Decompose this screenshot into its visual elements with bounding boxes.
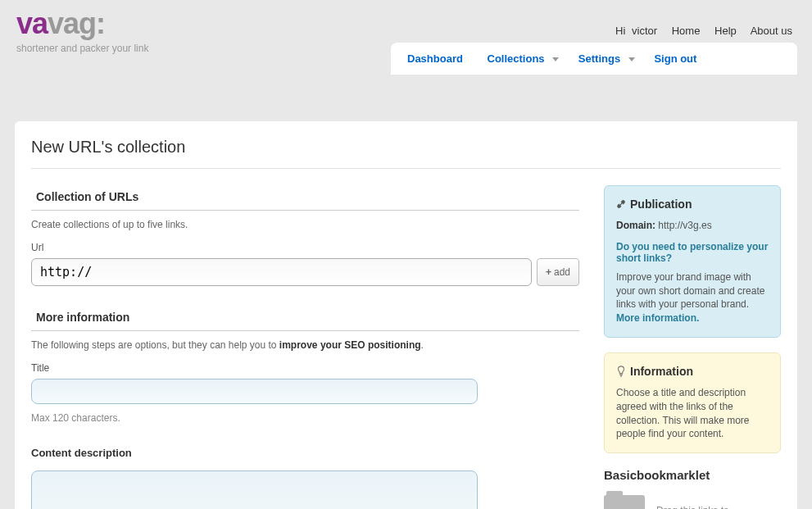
publication-box: Publication Domain: http://v3g.es Do you…	[604, 185, 781, 338]
title-help: Max 120 characters.	[31, 412, 579, 424]
moreinfo-hint: The following steps are options, but the…	[31, 339, 579, 351]
collection-hint: Create collections of up to five links.	[31, 219, 579, 230]
bookmarklet-text: Drag this links to	[656, 505, 729, 509]
link-icon	[616, 199, 626, 209]
information-body: Choose a title and description agreed wi…	[616, 386, 769, 441]
about-link[interactable]: About us	[751, 25, 792, 37]
information-title: Information	[616, 365, 769, 378]
title-label: Title	[31, 362, 579, 374]
bulb-icon	[616, 366, 626, 377]
top-right-nav: Hi victor Home Help About us	[615, 25, 792, 37]
chevron-down-icon[interactable]	[628, 57, 635, 61]
publication-question-link[interactable]: Do you need to personalize your short li…	[616, 241, 769, 264]
publication-domain: Domain: http://v3g.es	[616, 219, 769, 233]
add-button[interactable]: + add	[537, 258, 579, 286]
page-title: New URL's collection	[31, 138, 781, 169]
nav-dashboard[interactable]: Dashboard	[407, 52, 463, 65]
publication-title: Publication	[616, 198, 769, 211]
moreinfo-heading: More information	[31, 306, 579, 331]
main-nav: Dashboard Collections Settings Sign out	[391, 43, 797, 75]
username-link[interactable]: victor	[632, 25, 657, 37]
add-button-label: add	[554, 266, 570, 278]
logo-part2: vag:	[48, 7, 105, 40]
home-link[interactable]: Home	[672, 25, 701, 37]
nav-signout[interactable]: Sign out	[654, 52, 696, 65]
help-link[interactable]: Help	[714, 25, 737, 37]
chevron-down-icon[interactable]	[552, 57, 559, 61]
collection-heading: Collection of URLs	[31, 185, 579, 211]
nav-collections[interactable]: Collections	[488, 52, 545, 65]
bookmarklet-title: Basicbookmarklet	[604, 468, 781, 482]
information-box: Information Choose a title and descripti…	[604, 352, 781, 453]
nav-settings[interactable]: Settings	[578, 52, 620, 65]
greeting: Hi	[615, 25, 625, 37]
folder-icon	[604, 495, 645, 509]
plus-icon: +	[546, 266, 551, 278]
url-input[interactable]	[31, 258, 532, 286]
publication-body: Improve your brand image with your own s…	[616, 270, 769, 325]
desc-textarea[interactable]	[31, 470, 478, 509]
more-info-link[interactable]: More information.	[616, 312, 699, 324]
logo-part1: va	[16, 7, 48, 40]
url-label: Url	[31, 242, 579, 253]
desc-label: Content description	[31, 447, 579, 459]
title-input[interactable]	[31, 379, 478, 404]
